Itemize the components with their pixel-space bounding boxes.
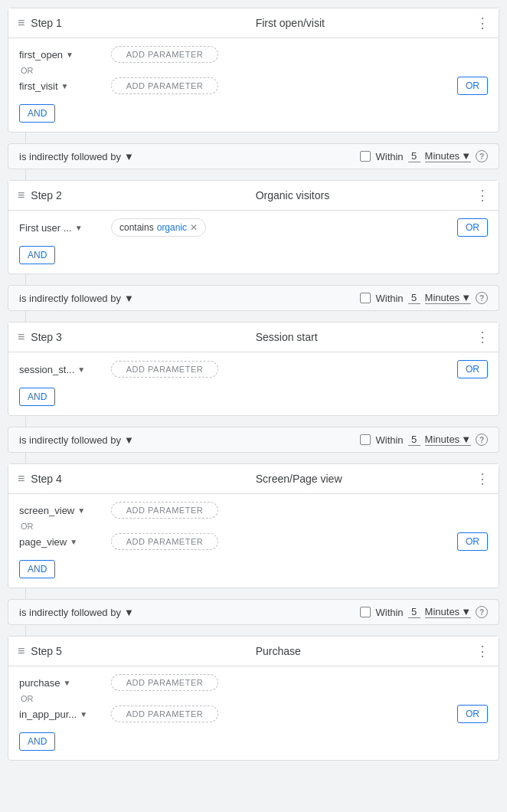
connector-2-within-text: Within <box>375 293 403 304</box>
step-5-event-name-0: purchase ▼ <box>19 677 111 689</box>
step-2-event-text-0: First user ... <box>19 222 72 234</box>
step-1-name: First open/visit <box>256 17 476 29</box>
step-4-title: Step 4 <box>31 473 250 485</box>
connector-3-unit-label: Minutes <box>425 434 460 445</box>
step-3-event-name-0: session_st... ▼ <box>19 364 111 375</box>
step-4-body: screen_view ▼ ADD PARAMETER OR page_view… <box>8 494 499 588</box>
step-1-or-label: OR <box>19 66 488 75</box>
connector-4-arrow: ▼ <box>124 607 134 618</box>
connector-2-dropdown[interactable]: is indirectly followed by ▼ <box>19 293 134 304</box>
step-3-more-icon[interactable]: ⋮ <box>476 330 489 344</box>
connector-1-checkbox[interactable] <box>360 151 371 162</box>
step-2-remove-tag[interactable]: ✕ <box>190 222 198 233</box>
step-5-event-dropdown-1[interactable]: ▼ <box>80 710 87 719</box>
step-5-add-param-0[interactable]: ADD PARAMETER <box>111 674 218 691</box>
connector-line-2b <box>25 311 26 322</box>
connector-3-within-unit[interactable]: Minutes ▼ <box>425 434 471 446</box>
step-3-or-button[interactable]: OR <box>457 360 488 378</box>
step-5-title: Step 5 <box>31 645 250 657</box>
step-5-header: ≡ Step 5 Purchase ⋮ <box>8 637 499 666</box>
step-4-event-name-0: screen_view ▼ <box>19 505 111 516</box>
step-5-or-label: OR <box>19 694 488 703</box>
step-5-event-text-1: in_app_pur... <box>19 709 77 720</box>
step-2-more-icon[interactable]: ⋮ <box>476 188 489 202</box>
step-4-event-text-0: screen_view <box>19 505 74 516</box>
step-4-or-label: OR <box>19 522 488 531</box>
step-2-organic-value: organic <box>157 222 187 233</box>
connector-4-help-icon[interactable]: ? <box>476 606 488 618</box>
step-1-header: ≡ Step 1 First open/visit ⋮ <box>8 8 499 38</box>
step-1-add-param-0[interactable]: ADD PARAMETER <box>111 46 218 63</box>
step-1-event-dropdown-0[interactable]: ▼ <box>66 51 74 59</box>
step-2-and-button[interactable]: AND <box>19 246 55 264</box>
step-1-or-button[interactable]: OR <box>457 77 488 95</box>
connector-3-within-number: 5 <box>408 434 420 446</box>
connector-block-4: is indirectly followed by ▼ Within 5 Min… <box>8 599 499 625</box>
step-block-1: ≡ Step 1 First open/visit ⋮ first_open ▼… <box>8 8 499 133</box>
step-block-4: ≡ Step 4 Screen/Page view ⋮ screen_view … <box>8 463 499 588</box>
step-2-header: ≡ Step 2 Organic visitors ⋮ <box>8 181 499 211</box>
step-1-more-icon[interactable]: ⋮ <box>476 16 489 30</box>
step-4-add-param-1[interactable]: ADD PARAMETER <box>111 533 218 550</box>
step-5-add-param-1[interactable]: ADD PARAMETER <box>111 706 218 722</box>
connector-2-within-area: Within 5 Minutes ▼ ? <box>360 292 488 304</box>
connector-3-checkbox[interactable] <box>360 434 371 445</box>
step-4-more-icon[interactable]: ⋮ <box>476 472 489 486</box>
connector-1-dropdown[interactable]: is indirectly followed by ▼ <box>19 151 134 162</box>
connector-2-help-icon[interactable]: ? <box>476 292 488 304</box>
step-2-name: Organic visitors <box>256 189 476 201</box>
step-1-and-button[interactable]: AND <box>19 104 55 123</box>
connector-2-within-unit[interactable]: Minutes ▼ <box>425 292 471 304</box>
step-5-event-text-0: purchase <box>19 677 60 689</box>
step-5-and-button[interactable]: AND <box>19 732 55 751</box>
connector-1-arrow: ▼ <box>124 151 134 162</box>
step-5-body: purchase ▼ ADD PARAMETER OR in_app_pur..… <box>8 666 499 760</box>
connector-4-label: is indirectly followed by <box>19 607 121 618</box>
connector-4-unit-label: Minutes <box>425 606 460 617</box>
connector-4-within-unit[interactable]: Minutes ▼ <box>425 606 471 618</box>
connector-line-3b <box>25 453 26 463</box>
step-5-event-name-1: in_app_pur... ▼ <box>19 709 111 720</box>
step-2-event-dropdown-0[interactable]: ▼ <box>75 224 83 232</box>
connector-line-4b <box>25 625 26 636</box>
connector-3-help-icon[interactable]: ? <box>476 434 488 446</box>
step-5-event-dropdown-0[interactable]: ▼ <box>63 679 70 687</box>
connector-1-within-unit[interactable]: Minutes ▼ <box>425 150 471 162</box>
step-5-event-row-0: purchase ▼ ADD PARAMETER <box>19 674 488 691</box>
connector-line-1 <box>25 133 26 143</box>
step-1-title: Step 1 <box>31 17 250 29</box>
connector-block-3: is indirectly followed by ▼ Within 5 Min… <box>8 427 499 453</box>
step-4-event-dropdown-0[interactable]: ▼ <box>77 506 85 515</box>
step-4-add-param-0[interactable]: ADD PARAMETER <box>111 502 218 519</box>
connector-line-3 <box>25 416 26 427</box>
connector-4-checkbox[interactable] <box>360 607 371 617</box>
connector-1-within-text: Within <box>375 151 403 162</box>
step-5-or-button[interactable]: OR <box>457 705 488 723</box>
connector-4-within-number: 5 <box>408 606 420 618</box>
step-3-and-button[interactable]: AND <box>19 388 55 406</box>
connector-3-dropdown[interactable]: is indirectly followed by ▼ <box>19 434 134 446</box>
step-block-2: ≡ Step 2 Organic visitors ⋮ First user .… <box>8 180 499 274</box>
connector-2-within-number: 5 <box>408 292 420 304</box>
step-4-event-row-0: screen_view ▼ ADD PARAMETER <box>19 502 488 519</box>
step-3-add-param-0[interactable]: ADD PARAMETER <box>111 361 218 378</box>
step-1-event-row-0: first_open ▼ ADD PARAMETER <box>19 46 488 63</box>
step-4-event-dropdown-1[interactable]: ▼ <box>70 538 77 546</box>
step-3-event-dropdown-0[interactable]: ▼ <box>77 365 85 374</box>
step-4-header: ≡ Step 4 Screen/Page view ⋮ <box>8 464 499 494</box>
drag-icon-2: ≡ <box>18 188 25 202</box>
step-block-5: ≡ Step 5 Purchase ⋮ purchase ▼ ADD PARAM… <box>8 636 499 761</box>
connector-1-help-icon[interactable]: ? <box>476 150 488 162</box>
step-4-and-button[interactable]: AND <box>19 560 55 578</box>
connector-4-dropdown[interactable]: is indirectly followed by ▼ <box>19 607 134 618</box>
step-1-event-text-1: first_visit <box>19 80 58 92</box>
connector-1-unit-label: Minutes <box>425 150 460 162</box>
step-4-or-button[interactable]: OR <box>457 532 488 551</box>
step-1-event-dropdown-1[interactable]: ▼ <box>61 82 69 90</box>
step-3-header: ≡ Step 3 Session start ⋮ <box>8 323 499 352</box>
connector-2-checkbox[interactable] <box>360 293 371 303</box>
step-1-add-param-1[interactable]: ADD PARAMETER <box>111 77 218 94</box>
step-2-or-button[interactable]: OR <box>457 218 488 237</box>
step-2-title: Step 2 <box>31 189 250 201</box>
step-5-more-icon[interactable]: ⋮ <box>476 644 489 658</box>
